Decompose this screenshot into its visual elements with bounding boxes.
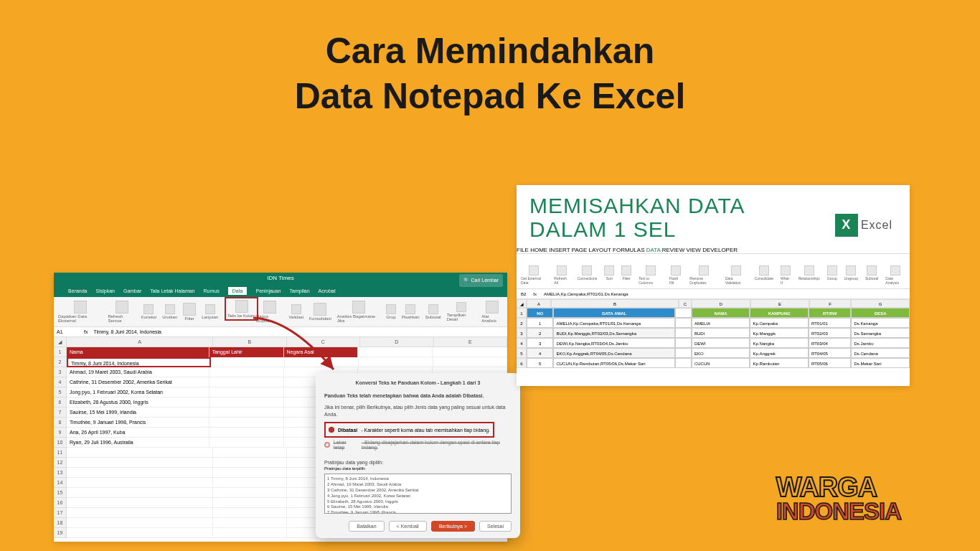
tab-beranda[interactable]: Beranda	[68, 288, 87, 293]
col-d[interactable]: D	[692, 299, 750, 308]
cell-desa[interactable]: Ds.Cendana	[851, 348, 910, 358]
cell-awal[interactable]: BUDI,Kp.Manggis,RT02/03,Ds.Semangka	[553, 328, 675, 338]
tab-view[interactable]: VIEW	[686, 247, 700, 253]
tool-consolidate[interactable]: Consolidate	[755, 265, 773, 281]
radio-dibatasi[interactable]: Dibatasi - Karakter seperti koma atau ta…	[329, 427, 490, 433]
cell-kampung[interactable]: Kp.Nangka	[750, 338, 809, 348]
tab-acrobat[interactable]: Acrobat	[319, 288, 336, 293]
tool-text-to-columns[interactable]: Text to Columns	[639, 265, 662, 285]
tab-data-r[interactable]: DATA	[646, 247, 661, 253]
back-button[interactable]: < Kembali	[389, 521, 427, 532]
tool-sort[interactable]: Sort	[604, 265, 614, 281]
cell-reference[interactable]: A1	[57, 329, 78, 334]
col-a[interactable]: A	[67, 337, 213, 347]
data-cell[interactable]: Cathrine, 31 Desember 2002, Amerika Seri…	[67, 377, 209, 387]
row-4[interactable]: 4	[54, 377, 67, 387]
col-f[interactable]: F	[809, 299, 851, 308]
cell-no[interactable]: 2	[527, 328, 553, 338]
right-formula-content[interactable]: AMELIA,Kp.Cempaka,RT01/01,Ds.Kenanga	[544, 292, 628, 296]
tab-gambar[interactable]: Gambar	[123, 288, 141, 293]
tool-connections[interactable]: Koneksi	[141, 304, 156, 319]
tab-file[interactable]: FILE	[517, 247, 529, 253]
col-g[interactable]: G	[851, 299, 910, 308]
cell-awal[interactable]: DEWI,Kp.Nangka,RT03/04,Ds.Jambu	[553, 338, 675, 348]
data-cell[interactable]: Ryan, 29 Juli 1996, Australia	[67, 438, 209, 448]
row-13[interactable]: 13	[54, 468, 67, 478]
tab-data[interactable]: Data	[228, 287, 248, 295]
tool-consolidate[interactable]: Konsolidasi	[309, 303, 331, 321]
data-cell[interactable]: Elizabeth, 28 Agustus 2000, Inggris	[67, 397, 209, 408]
tool-data-analysis[interactable]: Data Analysis	[885, 265, 905, 285]
cell-rtrw[interactable]: RT03/04	[809, 338, 851, 348]
col-a[interactable]: A	[527, 299, 551, 308]
tool-sort[interactable]: Urutkan	[162, 304, 177, 319]
tool-remove-duplicates[interactable]: Remove Duplicates	[689, 265, 718, 285]
tool-relationships[interactable]: Relationships	[798, 265, 820, 281]
col-b[interactable]: B	[551, 299, 679, 308]
col-c[interactable]: C	[287, 337, 361, 347]
tab-insert[interactable]: INSERT	[549, 247, 570, 253]
cell-kampung[interactable]: Kp.Cempaka	[750, 318, 809, 328]
header-negara[interactable]: Negara Asal	[284, 347, 359, 357]
data-cell[interactable]: Jong pyo, 1 Februari 2002, Korea Selatan	[67, 387, 209, 397]
cell-nama[interactable]: BUDI	[692, 328, 750, 338]
tool-group[interactable]: Grup	[386, 304, 396, 319]
tool-subtotal[interactable]: Subtotal	[865, 265, 878, 281]
cell-kampung[interactable]: Kp.Rambutan	[750, 358, 809, 368]
tool-external-data[interactable]: Dapatkan Data Eksternal	[58, 301, 102, 323]
data-cell[interactable]: Ana, 26 April 1997, Kuba	[67, 428, 209, 438]
tab-peninjauan[interactable]: Peninjauan	[255, 288, 281, 293]
cell-kampung[interactable]: Kp.Anggrek	[750, 348, 809, 358]
row-12[interactable]: 12	[54, 458, 67, 468]
row-8[interactable]: 8	[54, 418, 67, 428]
cell-awal[interactable]: CUCUN,Kp.Rambutan,RT05/06,Ds.Mekar Sari	[553, 358, 675, 368]
finish-button[interactable]: Selesai	[479, 521, 512, 532]
tab-home[interactable]: HOME	[530, 247, 547, 253]
row-9[interactable]: 9	[54, 428, 67, 438]
cell-desa[interactable]: Ds.Mekar Sari	[851, 358, 910, 368]
row-17[interactable]: 17	[54, 508, 67, 518]
h-no[interactable]: NO	[527, 308, 553, 318]
search-box[interactable]: 🔍 Cari Lembar	[459, 274, 503, 287]
tool-get-external-data[interactable]: Get External Data	[521, 265, 547, 285]
cell-no[interactable]: 1	[527, 318, 553, 328]
row-10[interactable]: 10	[54, 438, 67, 448]
h-desa[interactable]: DESA	[851, 308, 910, 318]
row-7[interactable]: 7	[54, 408, 67, 418]
tab-sisipkan[interactable]: Sisipkan	[95, 288, 114, 293]
tool-advanced[interactable]: Lanjutan	[202, 304, 218, 319]
h-kampung[interactable]: KAMPUNG	[750, 308, 809, 318]
tool-data-validation[interactable]: Data Validation	[725, 265, 748, 285]
cell-no[interactable]: 3	[527, 338, 553, 348]
cell-no[interactable]: 4	[527, 348, 553, 358]
tool-analysis[interactable]: Alat Analisis	[481, 301, 503, 323]
tool-validation[interactable]: Validasi	[288, 304, 303, 319]
row-18[interactable]: 18	[54, 518, 67, 528]
formula-content[interactable]: Timmy, 8 Juni 2014, Indonesia	[93, 329, 161, 334]
cell-desa[interactable]: Ds.Semangka	[851, 328, 910, 338]
radio-lebar-tetap[interactable]: Lebar tetap - Bidang disejajarkan dalam …	[324, 440, 512, 450]
data-cell[interactable]: Ahmad, 19 Maret 2003, Saudi Arabia	[67, 367, 209, 377]
tool-group[interactable]: Group	[827, 265, 837, 281]
h-rtrw[interactable]: RT/RW	[809, 308, 851, 318]
tool-refresh-all[interactable]: Refresh All	[554, 265, 570, 285]
row-2[interactable]: 2	[54, 357, 67, 367]
right-cell-ref[interactable]: B2	[521, 292, 526, 296]
tool-text-to-columns[interactable]: Teks ke Kolom	[227, 300, 255, 318]
tool-connections[interactable]: Connections	[577, 265, 597, 281]
row-5[interactable]: 5	[54, 387, 67, 397]
tool-detail[interactable]: Tampilkan Detail	[447, 302, 476, 321]
tool-subtotal[interactable]: Subtotal	[425, 304, 441, 319]
tab-tampilan[interactable]: Tampilan	[290, 288, 310, 293]
fx-icon[interactable]: fx	[533, 292, 537, 296]
cancel-button[interactable]: Batalkan	[349, 521, 384, 532]
tool-whatif[interactable]: Analisis Bagaimana-Jika	[337, 301, 380, 323]
row-1[interactable]: 1	[54, 347, 67, 357]
row-3[interactable]: 3	[54, 367, 67, 377]
tab-pagelayout[interactable]: PAGE LAYOUT	[572, 247, 611, 253]
col-c[interactable]: C	[679, 299, 692, 308]
cell-rtrw[interactable]: RT04/05	[809, 348, 851, 358]
h-nama[interactable]: NAMA	[692, 308, 750, 318]
cell-no[interactable]: 5	[527, 358, 553, 368]
cell-nama[interactable]: AMELIA	[692, 318, 750, 328]
